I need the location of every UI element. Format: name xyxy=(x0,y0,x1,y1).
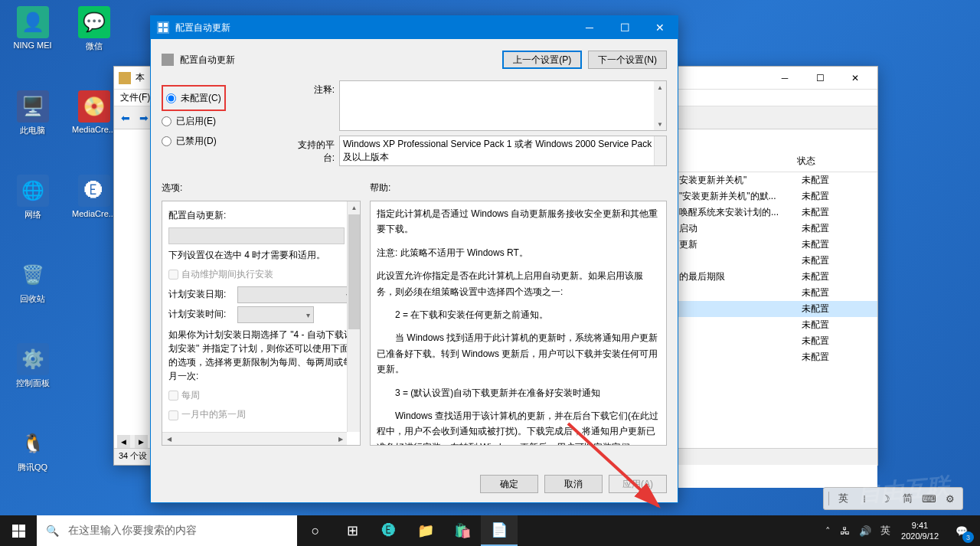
dialog-titlebar[interactable]: 配置自动更新 ─ ☐ ✕ xyxy=(151,16,678,39)
minimize-button[interactable]: ─ xyxy=(767,67,802,90)
tray-volume-icon[interactable]: 🔊 xyxy=(854,515,876,546)
explorer-icon[interactable]: 📁 xyxy=(407,515,444,546)
help-label: 帮助: xyxy=(370,181,667,195)
menu-file[interactable]: 文件(F) xyxy=(120,91,150,104)
desktop-icon-recycle[interactable]: 🗑️回收站 xyxy=(4,259,61,305)
list-item[interactable]: 未配置 xyxy=(675,317,877,333)
svg-rect-8 xyxy=(19,525,25,531)
help-text: 3 = (默认设置)自动下载更新并在准备好安装时通知 xyxy=(377,385,660,401)
dlg-maximize-button[interactable]: ☐ xyxy=(607,16,642,39)
help-text: 注意: 此策略不适用于 Windows RT。 xyxy=(377,245,660,260)
column-header-state[interactable]: 状态 xyxy=(675,151,877,172)
search-icon: 🔍 xyxy=(46,525,59,537)
dialog-title: 配置自动更新 xyxy=(175,21,572,34)
list-item[interactable]: 未配置 xyxy=(675,333,877,349)
dlg-minimize-button[interactable]: ─ xyxy=(572,16,607,39)
options-label: 选项: xyxy=(162,181,361,195)
help-text: 2 = 在下载和安装任何更新之前通知。 xyxy=(377,307,660,322)
action-center-icon[interactable]: 💬3 xyxy=(945,515,978,546)
search-placeholder: 在这里输入你要搜索的内容 xyxy=(68,524,197,538)
options-hscrollbar[interactable]: ◀▶ xyxy=(162,432,347,445)
taskbar: 🔍 在这里输入你要搜索的内容 ○ ⊞ 🅔 📁 🛍️ 📄 ˄ 🖧 🔊 英 9:41… xyxy=(0,515,980,546)
opt-note: 下列设置仅在选中 4 时才需要和适用。 xyxy=(168,247,354,264)
list-item[interactable]: "安装更新并关机"的默...未配置 xyxy=(675,188,877,204)
search-box[interactable]: 🔍 在这里输入你要搜索的内容 xyxy=(37,515,297,546)
taskbar-clock[interactable]: 9:41 2020/9/12 xyxy=(895,520,945,542)
desktop-icon-wechat[interactable]: 💬微信 xyxy=(65,6,122,52)
notepad-icon xyxy=(119,72,131,84)
start-button[interactable] xyxy=(0,515,37,546)
tray-network-icon[interactable]: 🖧 xyxy=(835,515,854,546)
platform-label: 支持的平台: xyxy=(292,136,339,166)
help-text: 此设置允许你指定是否在此计算机上启用自动更新。如果启用该服务，则必须在组策略设置… xyxy=(377,268,660,299)
options-pane: 配置自动更新: 下列设置仅在选中 4 时才需要和适用。 自动维护期间执行安装 计… xyxy=(162,201,361,446)
config-select[interactable] xyxy=(168,227,345,244)
task-view-icon[interactable]: ⊞ xyxy=(334,515,371,546)
list-item[interactable]: 更新未配置 xyxy=(675,237,877,253)
comment-textarea[interactable]: ▲▼ xyxy=(339,80,667,131)
dialog-header-title: 配置自动更新 xyxy=(180,54,502,67)
desktop-icon-this-pc[interactable]: 🖥️此电脑 xyxy=(4,90,61,136)
radio-enabled[interactable]: 已启用(E) xyxy=(162,111,292,131)
tray-ime-icon[interactable]: 英 xyxy=(876,515,895,546)
list-item[interactable]: 的最后期限未配置 xyxy=(675,269,877,285)
prev-setting-button[interactable]: 上一个设置(P) xyxy=(502,51,582,69)
back-icon[interactable]: ⬅ xyxy=(117,110,134,126)
help-text: 指定此计算机是否通过 Windows 自动更新服务接收安全更新和其他重要下载。 xyxy=(377,206,660,237)
comment-label: 注释: xyxy=(292,80,339,131)
policy-icon xyxy=(157,21,169,34)
opt-plan-para: 如果你为计划安装日期选择了 "4 - 自动下载计划安装" 并指定了计划，则你还可… xyxy=(168,328,354,383)
maximize-button[interactable]: ☐ xyxy=(802,67,838,90)
help-pane[interactable]: 指定此计算机是否通过 Windows 自动更新服务接收安全更新和其他重要下载。 … xyxy=(370,201,667,446)
ime-lang[interactable]: 英 xyxy=(835,492,851,505)
desktop-icon-control-panel[interactable]: ⚙️控制面板 xyxy=(4,343,61,389)
desktop-icon-network[interactable]: 🌐网络 xyxy=(4,175,61,221)
list-item[interactable]: 未配置 xyxy=(675,301,877,317)
install-time-label: 计划安装时间: xyxy=(168,306,237,323)
list-item[interactable]: 唤醒系统来安装计划的...未配置 xyxy=(675,204,877,221)
edge-icon[interactable]: 🅔 xyxy=(371,515,407,546)
options-vscrollbar[interactable]: ▲ xyxy=(347,201,360,432)
notepad-taskbar-icon[interactable]: 📄 xyxy=(481,515,518,546)
chk-first-week[interactable]: 一月中的第一周 xyxy=(168,407,354,423)
next-setting-button[interactable]: 下一个设置(N) xyxy=(588,51,667,69)
list-item[interactable]: 未配置 xyxy=(675,285,877,301)
install-day-label: 计划安装日期: xyxy=(168,286,237,303)
opt-config-title: 配置自动更新: xyxy=(168,208,354,224)
desktop-icon-qq[interactable]: 🐧腾讯QQ xyxy=(4,427,61,473)
ok-button[interactable]: 确定 xyxy=(480,475,538,493)
close-button[interactable]: ✕ xyxy=(838,67,873,90)
install-day-select[interactable] xyxy=(237,286,354,303)
list-item[interactable]: 启动未配置 xyxy=(675,221,877,237)
radio-not-configured[interactable]: 未配置(C) xyxy=(166,88,221,108)
radio-disabled[interactable]: 已禁用(D) xyxy=(162,131,292,151)
policy-small-icon xyxy=(162,54,174,66)
dlg-close-button[interactable]: ✕ xyxy=(642,16,678,39)
svg-rect-4 xyxy=(164,28,168,32)
hscrollbar[interactable]: ◀▶ xyxy=(117,435,148,448)
gpedit-list-pane: 状态 安装更新并关机"未配置"安装更新并关机"的默...未配置唤醒系统来安装计划… xyxy=(675,151,877,488)
svg-rect-9 xyxy=(12,531,18,538)
apply-button[interactable]: 应用(A) xyxy=(609,475,667,493)
chk-weekly[interactable]: 每周 xyxy=(168,387,354,404)
list-item[interactable]: 未配置 xyxy=(675,253,877,269)
cancel-button[interactable]: 取消 xyxy=(544,475,603,493)
list-item[interactable]: 安装更新并关机"未配置 xyxy=(675,172,877,188)
desktop-icon-ningmei[interactable]: 👤NING MEI xyxy=(4,6,61,50)
platform-textarea[interactable]: Windows XP Professional Service Pack 1 或… xyxy=(339,136,667,166)
highlight-box: 未配置(C) xyxy=(162,85,226,111)
svg-rect-7 xyxy=(12,525,18,531)
help-text: 当 Windows 找到适用于此计算机的更新时，系统将通知用户更新已准备好下载。… xyxy=(377,330,660,377)
system-tray: ˄ 🖧 🔊 英 9:41 2020/9/12 💬3 xyxy=(819,515,980,546)
install-time-select[interactable] xyxy=(237,306,314,323)
svg-rect-2 xyxy=(164,23,168,27)
svg-rect-3 xyxy=(158,28,162,32)
list-item[interactable]: 未配置 xyxy=(675,349,877,365)
svg-rect-10 xyxy=(19,531,25,538)
tray-expand-icon[interactable]: ˄ xyxy=(821,515,835,546)
help-text: Windows 查找适用于该计算机的更新，并在后台下载它们(在此过程中，用户不会… xyxy=(377,408,660,446)
cortana-icon[interactable]: ○ xyxy=(297,515,334,546)
svg-rect-1 xyxy=(158,23,162,27)
store-icon[interactable]: 🛍️ xyxy=(444,515,481,546)
chk-maintenance[interactable]: 自动维护期间执行安装 xyxy=(168,266,354,283)
